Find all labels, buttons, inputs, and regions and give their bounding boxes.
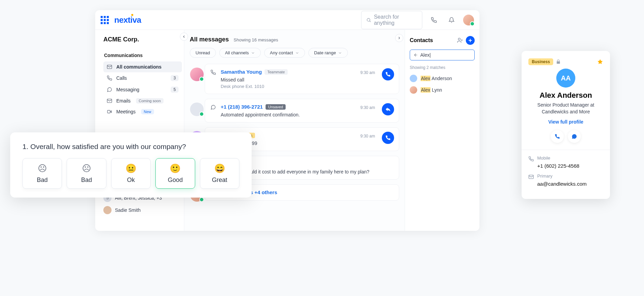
mail-icon	[528, 173, 534, 180]
nav-label: Meetings	[116, 109, 136, 114]
filter-chips: Unread All channels Any contact Date ran…	[190, 48, 399, 58]
match-avatar	[410, 75, 417, 82]
teammate-item[interactable]: Sadie Smith	[103, 204, 182, 216]
message-action-button[interactable]	[382, 132, 394, 144]
message-item[interactable]: +1 (218) 396-2721UnsavedAutomated appoin…	[205, 99, 399, 123]
app-window: nextiva Search for anything ACME Corp. C…	[95, 10, 479, 231]
page-title: All messages	[190, 36, 229, 43]
message-time: 9:30 am	[360, 105, 375, 110]
sidebar-section-title: Communications	[104, 53, 182, 58]
message-subtext: Desk phone Ext. 1010	[221, 84, 378, 89]
contact-role: Senior Product Manager at Candlewicks an…	[528, 102, 603, 115]
app-body: ACME Corp. Communications All communicat…	[95, 30, 479, 231]
phone-icon	[528, 155, 534, 162]
message-sender: +1 (218) 396-2721	[221, 104, 263, 110]
sidebar: ACME Corp. Communications All communicat…	[95, 30, 184, 231]
message-tag: Teammate	[265, 69, 287, 75]
survey-option[interactable]: 😐Ok	[111, 158, 151, 189]
option-label: Bad	[70, 177, 103, 184]
contact-match[interactable]: Alex Anderson	[410, 73, 475, 84]
nav-label: Messaging	[116, 87, 139, 92]
message-text: Automated appointment confirmation.	[221, 112, 378, 117]
matches-label: Showing 2 matches	[410, 65, 475, 70]
primary-field: Primary	[528, 173, 603, 180]
card-header: Business	[528, 58, 603, 65]
nav-label: Calls	[116, 75, 127, 81]
view-profile-link[interactable]: View full profile	[528, 119, 603, 125]
face-icon: ☹	[70, 163, 103, 174]
expand-contacts-button[interactable]	[395, 34, 403, 42]
contacts-panel: Contacts + Alex| Showing 2 matches Alex …	[405, 30, 479, 231]
message-action-button[interactable]	[382, 68, 394, 80]
survey-option[interactable]: ☹Bad	[67, 158, 106, 189]
filter-contact[interactable]: Any contact	[264, 48, 305, 58]
company-name: ACME Corp.	[103, 36, 182, 43]
count-badge: 3	[171, 75, 179, 81]
message-text: Missed call	[221, 77, 378, 82]
filter-date[interactable]: Date range	[308, 48, 348, 58]
teammate-name: Sadie Smith	[115, 207, 140, 213]
message-type-icon	[210, 104, 216, 117]
filter-channels[interactable]: All channels	[219, 48, 261, 58]
face-icon: 🙂	[158, 163, 192, 174]
contacts-search-value: Alex|	[420, 52, 431, 58]
survey-option[interactable]: ☹Bad	[22, 158, 62, 189]
lock-icon	[556, 59, 561, 64]
search-placeholder: Search for anything	[374, 14, 417, 26]
contact-match[interactable]: Alex Lynn	[410, 84, 475, 96]
nav-icon	[107, 87, 113, 92]
mobile-label: Mobile	[537, 155, 550, 161]
message-action-button[interactable]	[382, 103, 394, 115]
nav-icon	[107, 98, 113, 104]
sidebar-item[interactable]: All communications	[103, 61, 182, 72]
face-icon: ☹	[26, 163, 59, 174]
survey-option[interactable]: 🙂Good	[155, 158, 195, 189]
new-badge: New	[141, 109, 154, 114]
business-chip: Business	[528, 58, 553, 65]
main-header: All messages Showing 16 messages	[190, 36, 399, 43]
avatar[interactable]	[463, 15, 474, 25]
message-type-icon	[210, 69, 216, 89]
sidebar-item[interactable]: EmailsComing soon	[103, 95, 182, 106]
bell-icon[interactable]	[445, 14, 458, 26]
message-button[interactable]	[568, 130, 581, 143]
call-button[interactable]	[551, 130, 564, 143]
logo: nextiva	[114, 15, 141, 25]
face-icon: 😄	[203, 163, 236, 174]
add-contact-icon[interactable]	[457, 37, 463, 43]
chevron-down-icon	[338, 51, 342, 55]
contact-card: Business AA Alex Anderson Senior Product…	[522, 51, 610, 199]
message-tag: Unsaved	[266, 104, 286, 110]
contacts-title: Contacts	[410, 37, 454, 43]
nav-label: Emails	[116, 98, 131, 104]
option-label: Good	[158, 177, 192, 184]
primary-value: aa@candlewicks.com	[537, 181, 603, 187]
mobile-value: +1 (602) 225-4568	[537, 163, 603, 169]
apps-grid-icon[interactable]	[101, 16, 109, 24]
star-icon[interactable]	[597, 59, 603, 65]
showing-count: Showing 16 messages	[234, 37, 278, 42]
survey-card: 1. Overall, how satisfied are you with o…	[10, 132, 252, 198]
match-name: Alex Anderson	[421, 76, 452, 81]
option-label: Great	[203, 177, 236, 184]
main-panel: All messages Showing 16 messages Unread …	[184, 30, 405, 231]
contacts-search-input[interactable]: Alex|	[410, 50, 475, 60]
message-sender: Samantha Young	[221, 69, 262, 75]
add-button[interactable]: +	[466, 36, 475, 45]
message-avatar	[190, 68, 204, 81]
match-avatar	[410, 86, 417, 94]
phone-icon[interactable]	[428, 14, 440, 26]
collapse-sidebar-button[interactable]	[180, 33, 188, 41]
sidebar-item[interactable]: Calls3	[103, 72, 182, 84]
back-arrow-icon	[413, 53, 418, 57]
filter-unread[interactable]: Unread	[190, 48, 216, 58]
survey-option[interactable]: 😄Great	[200, 158, 239, 189]
search-input[interactable]: Search for anything	[361, 11, 422, 29]
message-item[interactable]: Samantha YoungTeammateMissed callDesk ph…	[205, 64, 399, 94]
count-badge: 5	[171, 87, 179, 93]
sidebar-item[interactable]: Messaging5	[103, 84, 182, 95]
sidebar-item[interactable]: MeetingsNew	[103, 106, 182, 117]
svg-point-0	[367, 18, 370, 21]
contact-actions	[528, 130, 603, 143]
nav-icon	[107, 75, 113, 81]
